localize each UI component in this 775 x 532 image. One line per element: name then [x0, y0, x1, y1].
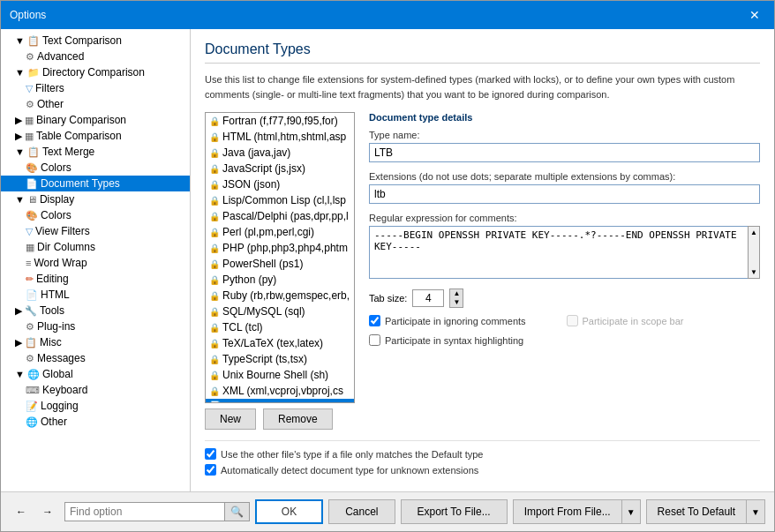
list-item[interactable]: 🔒 JSON (json): [206, 176, 354, 192]
sidebar-item-colors-merge[interactable]: 🎨 Colors: [1, 160, 190, 176]
nav-forward-button[interactable]: →: [36, 502, 59, 521]
sidebar-item-dir-columns[interactable]: ▦ Dir Columns: [1, 239, 190, 255]
lock-icon: 🔒: [209, 275, 220, 285]
file-list-scroll[interactable]: 🔒 Fortran (f,f77,f90,f95,for) 🔒 HTML (ht…: [206, 113, 354, 402]
spin-down-button[interactable]: ▼: [450, 298, 463, 307]
sidebar-item-logging[interactable]: 📝 Logging: [1, 398, 190, 414]
details-title: Document type details: [369, 112, 760, 123]
lock-icon: 🔒: [209, 259, 220, 269]
list-item[interactable]: 🔒 JavaScript (js,jsx): [206, 161, 354, 176]
import-button[interactable]: Import From File...: [513, 499, 621, 524]
sidebar-item-filters[interactable]: ▽ Filters: [1, 80, 190, 96]
reset-button[interactable]: Reset To Default: [646, 499, 747, 524]
cancel-button[interactable]: Cancel: [328, 499, 395, 524]
list-item[interactable]: 🔒 TypeScript (ts,tsx): [206, 351, 354, 367]
spin-up-button[interactable]: ▲: [450, 289, 463, 298]
search-button[interactable]: 🔍: [224, 503, 249, 521]
sidebar-item-plug-ins[interactable]: ⚙ Plug-ins: [1, 318, 190, 334]
window-title: Options: [10, 9, 46, 21]
scope-bar-row: Participate in scope bar: [567, 315, 761, 326]
list-item[interactable]: 🔒 XML (xml,vcproj,vbproj,cs: [206, 383, 354, 399]
sidebar-item-misc[interactable]: ▶ 📋 Misc: [1, 334, 190, 350]
sidebar-item-other-global[interactable]: 🌐 Other: [1, 414, 190, 430]
table-icon: ▦: [25, 115, 34, 126]
expand-icon: ▶: [15, 305, 22, 317]
sidebar-item-document-types[interactable]: 📄 Document Types: [1, 176, 190, 191]
list-item[interactable]: 🔒 TeX/LaTeX (tex,latex): [206, 335, 354, 351]
sidebar-item-view-filters[interactable]: ▽ View Filters: [1, 223, 190, 239]
type-name-input[interactable]: [369, 143, 760, 162]
list-item[interactable]: 🔒 SQL/MySQL (sql): [206, 303, 354, 319]
export-button[interactable]: Export To File...: [401, 499, 508, 524]
lock-icon: 🔒: [209, 116, 220, 126]
monitor-icon: 🖥: [27, 194, 37, 205]
colors-icon: 🎨: [26, 162, 38, 174]
panel-title: Document Types: [205, 41, 760, 64]
sidebar-label: Display: [40, 193, 74, 206]
title-bar: Options ✕: [1, 1, 774, 29]
list-item[interactable]: 🔒 Perl (pl,pm,perl,cgi): [206, 224, 354, 240]
gear-icon: ⚙: [26, 51, 34, 63]
list-item[interactable]: 🔒 PHP (php,php3,php4,phtm: [206, 240, 354, 256]
other-file-type-row: Use the other file's type if a file only…: [205, 448, 760, 460]
ignore-comments-checkbox[interactable]: [369, 315, 380, 326]
footer-bar: ← → 🔍 OK Cancel Export To File... Import…: [1, 491, 774, 531]
two-column-layout: 🔒 Fortran (f,f77,f90,f95,for) 🔒 HTML (ht…: [205, 112, 760, 430]
sidebar-item-messages[interactable]: ⚙ Messages: [1, 350, 190, 366]
reset-dropdown-button[interactable]: ▼: [746, 499, 765, 524]
sidebar-item-binary-comparison[interactable]: ▶ ▦ Binary Comparison: [1, 112, 190, 128]
nav-back-button[interactable]: ←: [10, 502, 33, 521]
sidebar-item-word-wrap[interactable]: ≡ Word Wrap: [1, 255, 190, 271]
gear-icon: ⌨: [26, 385, 40, 396]
sidebar-item-display[interactable]: ▼ 🖥 Display: [1, 191, 190, 207]
sidebar-item-other-dir[interactable]: ⚙ Other: [1, 96, 190, 112]
syntax-highlight-checkbox[interactable]: [369, 334, 380, 346]
list-item[interactable]: 🔒 Python (py): [206, 272, 354, 288]
list-item[interactable]: 🔒 HTML (html,htm,shtml,asp: [206, 129, 354, 145]
other-file-type-checkbox[interactable]: [205, 448, 216, 460]
folder-icon: 📋: [27, 35, 40, 47]
list-item[interactable]: 🔒 Ruby (rb,rbw,gemspec,erb,: [206, 288, 354, 303]
list-item-selected[interactable]: 📄 LTB (ltb): [206, 399, 354, 402]
sidebar-item-keyboard[interactable]: ⌨ Keyboard: [1, 382, 190, 398]
list-item[interactable]: 🔒 PowerShell (ps1): [206, 256, 354, 272]
sidebar-label: Directory Comparison: [42, 66, 145, 79]
gear-icon: ⚙: [26, 353, 34, 364]
sidebar-label: Text Comparison: [42, 34, 122, 47]
new-button[interactable]: New: [205, 408, 256, 430]
search-input[interactable]: [65, 503, 224, 521]
ok-button[interactable]: OK: [255, 499, 323, 524]
sidebar-label: Tools: [40, 304, 64, 317]
sidebar-item-advanced[interactable]: ⚙ Advanced: [1, 49, 190, 64]
tabsize-input[interactable]: [412, 289, 444, 307]
sidebar-label: Text Merge: [42, 146, 94, 158]
list-item[interactable]: 🔒 Unix Bourne Shell (sh): [206, 367, 354, 383]
regex-input[interactable]: -----BEGIN OPENSSH PRIVATE KEY-----.*?--…: [369, 226, 760, 279]
list-item[interactable]: 🔒 Fortran (f,f77,f90,f95,for): [206, 113, 354, 129]
sidebar-item-global[interactable]: ▼ 🌐 Global: [1, 366, 190, 382]
list-item[interactable]: 🔒 TCL (tcl): [206, 319, 354, 335]
sidebar-item-table-comparison[interactable]: ▶ ▦ Table Comparison: [1, 128, 190, 144]
auto-detect-checkbox[interactable]: [205, 464, 216, 476]
sidebar-item-html[interactable]: 📄 HTML: [1, 287, 190, 303]
bottom-checks: Use the other file's type if a file only…: [205, 440, 760, 476]
import-dropdown-button[interactable]: ▼: [621, 499, 641, 524]
sidebar-item-colors-display[interactable]: 🎨 Colors: [1, 207, 190, 223]
scope-bar-checkbox[interactable]: [567, 315, 578, 326]
sidebar-item-tools[interactable]: ▶ 🔧 Tools: [1, 303, 190, 318]
extensions-input[interactable]: [369, 184, 760, 204]
regex-scrollbar: ▲ ▼: [748, 226, 760, 279]
ignore-comments-label: Participate in ignoring comments: [385, 316, 526, 326]
sidebar-label: Global: [42, 368, 73, 380]
reset-split-button: Reset To Default ▼: [646, 499, 765, 524]
sidebar-item-text-merge[interactable]: ▼ 📋 Text Merge: [1, 144, 190, 160]
sidebar-item-text-comparison[interactable]: ▼ 📋 Text Comparison: [1, 33, 190, 49]
sidebar-item-directory-comparison[interactable]: ▼ 📁 Directory Comparison: [1, 64, 190, 80]
remove-button[interactable]: Remove: [263, 408, 333, 430]
list-item[interactable]: 🔒 Lisp/Common Lisp (cl,l,lsp: [206, 192, 354, 208]
tools-icon: 🔧: [25, 305, 37, 317]
list-item[interactable]: 🔒 Java (java,jav): [206, 145, 354, 161]
sidebar-item-file-editing[interactable]: ✏ Editing: [1, 271, 190, 287]
close-button[interactable]: ✕: [744, 6, 765, 24]
list-item[interactable]: 🔒 Pascal/Delphi (pas,dpr,pp,l: [206, 208, 354, 224]
